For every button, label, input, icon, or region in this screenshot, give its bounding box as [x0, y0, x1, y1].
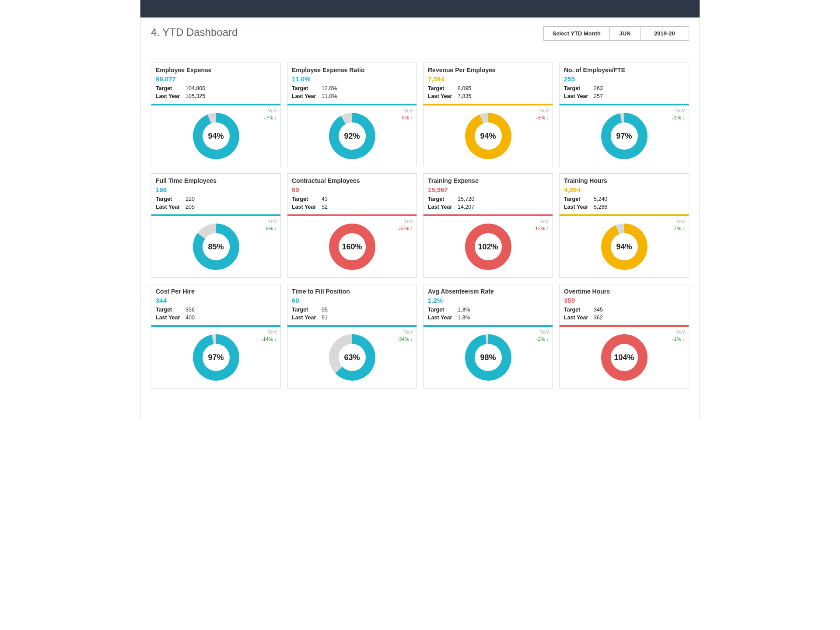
kpi-card: Training Expense 15,967 Target 15,720 La…: [423, 173, 553, 278]
target-label: Target: [564, 85, 594, 91]
yoy-value: -1% ↓: [672, 336, 685, 343]
card-bottom: YoY -9% ↓ 85%: [151, 216, 280, 277]
yoy-value: 0% ↑: [402, 114, 413, 121]
card-title: Time to Fill Position: [292, 288, 412, 295]
last-year-label: Last Year: [292, 93, 322, 99]
card-title: Contractual Employees: [292, 177, 412, 184]
donut-icon: 94%: [192, 112, 240, 160]
donut-chart: 85%: [155, 218, 277, 276]
yoy-label: YoY: [672, 107, 685, 114]
card-bottom: YoY -2% ↓ 98%: [424, 327, 553, 388]
card-bottom: YoY -1% ↓ 97%: [560, 105, 689, 167]
last-year-value: 14,207: [458, 204, 474, 210]
donut-icon: 97%: [192, 334, 240, 381]
card-value: 344: [156, 297, 276, 304]
yoy-value: -2% ↓: [536, 336, 549, 343]
card-title: Training Hours: [564, 177, 684, 184]
last-year-row: Last Year 52: [292, 204, 412, 210]
donut-center-label: 102%: [465, 223, 512, 270]
yoy-value: -9% ↓: [264, 225, 277, 232]
yoy-block: YoY -1% ↓: [672, 329, 685, 343]
last-year-label: Last Year: [564, 204, 594, 210]
last-year-label: Last Year: [292, 204, 322, 210]
donut-center-label: 92%: [329, 112, 376, 160]
target-row: Target 12.0%: [292, 85, 412, 91]
donut-center-label: 63%: [329, 334, 376, 381]
card-bottom: YoY -14% ↓ 97%: [151, 327, 280, 388]
target-row: Target 1.3%: [428, 307, 548, 313]
yoy-value: -7% ↓: [672, 225, 685, 232]
selector-label: Select YTD Month: [544, 27, 610, 40]
last-year-label: Last Year: [292, 315, 322, 321]
donut-icon: 97%: [601, 112, 648, 160]
donut-icon: 104%: [601, 334, 648, 381]
donut-icon: 94%: [465, 112, 512, 160]
month-selector[interactable]: JUN: [610, 27, 640, 40]
donut-center-label: 85%: [192, 223, 240, 270]
donut-center-label: 97%: [601, 112, 648, 160]
target-value: 12.0%: [322, 85, 337, 91]
target-value: 345: [594, 307, 603, 313]
kpi-card: Revenue Per Employee 7,594 Target 8,095 …: [423, 63, 553, 167]
kpi-card: Overtime Hours 359 Target 345 Last Year …: [559, 284, 689, 388]
donut-chart: 94%: [563, 218, 685, 276]
yoy-block: YoY 33% ↑: [399, 218, 413, 232]
yoy-label: YoY: [535, 218, 549, 225]
last-year-label: Last Year: [564, 315, 594, 321]
target-row: Target 43: [292, 196, 412, 202]
last-year-label: Last Year: [156, 204, 186, 210]
last-year-row: Last Year 7,835: [428, 93, 548, 99]
last-year-row: Last Year 1.3%: [428, 315, 548, 321]
kpi-card: No. of Employee/FTE 255 Target 263 Last …: [559, 63, 689, 167]
last-year-value: 205: [186, 204, 195, 210]
kpi-card: Full Time Employees 186 Target 220 Last …: [151, 173, 281, 278]
donut-center-label: 97%: [192, 334, 240, 381]
target-value: 95: [322, 307, 328, 313]
donut-icon: 85%: [192, 223, 240, 270]
yoy-label: YoY: [264, 218, 277, 225]
target-label: Target: [564, 196, 594, 202]
yoy-block: YoY -7% ↓: [264, 107, 277, 121]
yoy-label: YoY: [261, 329, 277, 336]
card-value: 359: [564, 297, 684, 304]
year-selector[interactable]: 2019-20: [640, 27, 689, 40]
donut-chart: 92%: [291, 107, 413, 165]
last-year-value: 1.3%: [458, 315, 470, 321]
kpi-card: Contractual Employees 69 Target 43 Last …: [287, 173, 417, 278]
target-row: Target 345: [564, 307, 684, 313]
target-value: 15,720: [458, 196, 474, 202]
card-top: Training Hours 4,904 Target 5,240 Last Y…: [560, 174, 689, 214]
yoy-block: YoY -34% ↓: [397, 329, 413, 343]
yoy-label: YoY: [397, 329, 413, 336]
dashboard-page: 4. YTD Dashboard Select YTD Month JUN 20…: [140, 0, 700, 420]
yoy-block: YoY -14% ↓: [261, 329, 277, 343]
yoy-value: -3% ↓: [536, 114, 549, 121]
target-value: 5,240: [594, 196, 607, 202]
card-title: Overtime Hours: [564, 288, 684, 295]
yoy-value: -14% ↓: [261, 336, 277, 343]
last-year-label: Last Year: [428, 93, 458, 99]
donut-chart: 102%: [427, 218, 549, 276]
target-value: 8,095: [458, 85, 471, 91]
page-title: 4. YTD Dashboard: [151, 26, 238, 38]
target-row: Target 8,095: [428, 85, 548, 91]
yoy-label: YoY: [672, 218, 685, 225]
card-value: 186: [156, 186, 276, 193]
kpi-card: Training Hours 4,904 Target 5,240 Last Y…: [559, 173, 689, 278]
last-year-value: 7,835: [458, 93, 471, 99]
target-row: Target 104,800: [156, 85, 276, 91]
yoy-block: YoY -3% ↓: [536, 107, 549, 121]
card-top: Time to Fill Position 60 Target 95 Last …: [287, 284, 416, 325]
last-year-value: 400: [186, 315, 195, 321]
card-title: Cost Per Hire: [156, 288, 276, 295]
yoy-value: -1% ↓: [672, 114, 685, 121]
last-year-value: 105,325: [186, 93, 205, 99]
target-row: Target 15,720: [428, 196, 548, 202]
yoy-block: YoY -1% ↓: [672, 107, 685, 121]
card-title: Avg Absenteeism Rate: [428, 288, 548, 295]
card-top: Overtime Hours 359 Target 345 Last Year …: [560, 284, 689, 325]
card-value: 69: [292, 186, 412, 193]
target-label: Target: [428, 85, 458, 91]
donut-chart: 160%: [291, 218, 413, 276]
target-row: Target 5,240: [564, 196, 684, 202]
